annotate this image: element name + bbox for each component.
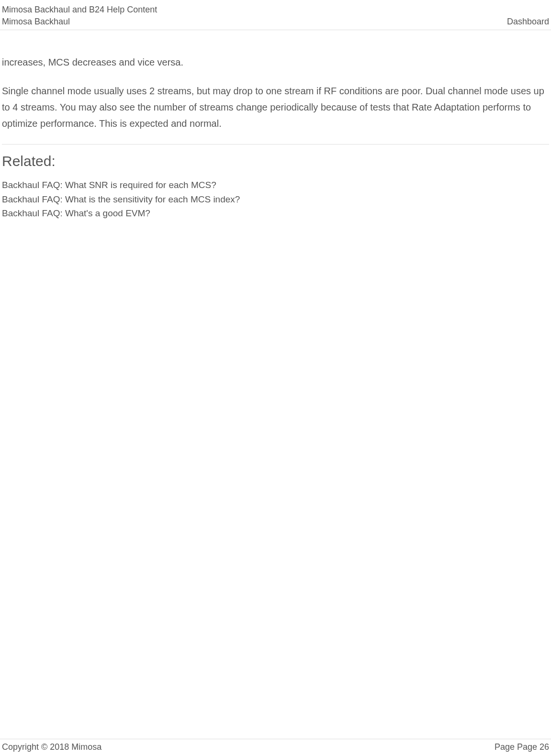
body-paragraph-1: increases, MCS decreases and vice versa.: [2, 54, 549, 70]
body-paragraph-2: Single channel mode usually uses 2 strea…: [2, 83, 549, 132]
footer-copyright: Copyright © 2018 Mimosa: [2, 742, 101, 752]
header-left: Mimosa Backhaul and B24 Help Content Mim…: [2, 4, 157, 28]
related-link-3[interactable]: Backhaul FAQ: What's a good EVM?: [2, 206, 549, 220]
content-area: increases, MCS decreases and vice versa.…: [0, 30, 551, 220]
page-header: Mimosa Backhaul and B24 Help Content Mim…: [0, 0, 551, 30]
related-heading: Related:: [2, 153, 549, 169]
related-link-2[interactable]: Backhaul FAQ: What is the sensitivity fo…: [2, 192, 549, 206]
header-subtitle: Mimosa Backhaul: [2, 16, 157, 28]
footer-page-number: Page Page 26: [495, 742, 549, 752]
header-section: Dashboard: [507, 16, 549, 28]
related-link-1[interactable]: Backhaul FAQ: What SNR is required for e…: [2, 178, 549, 192]
related-list: Backhaul FAQ: What SNR is required for e…: [2, 178, 549, 220]
section-divider: [2, 144, 549, 145]
page-footer: Copyright © 2018 Mimosa Page Page 26: [0, 739, 551, 756]
header-title: Mimosa Backhaul and B24 Help Content: [2, 4, 157, 16]
